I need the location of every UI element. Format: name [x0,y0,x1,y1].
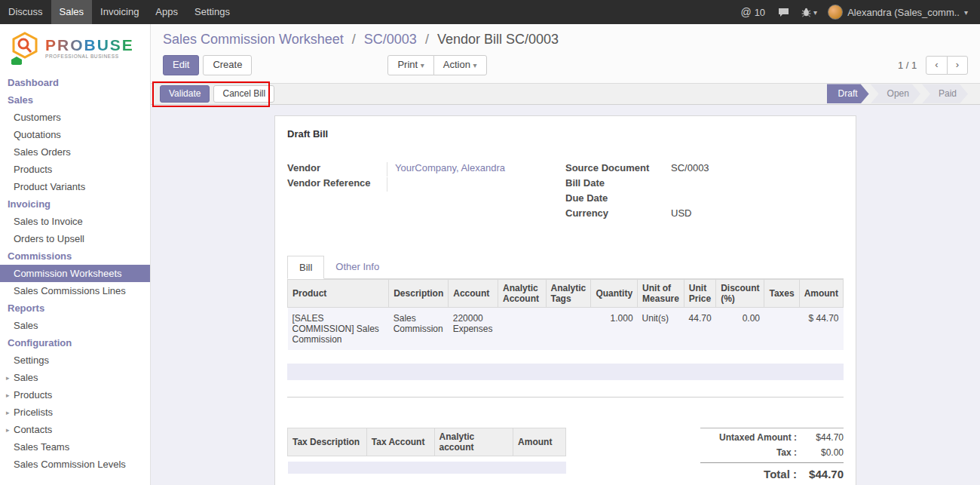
logo-tagline: PROFESSIONAL BUSINESS [45,54,134,60]
pager-previous-button[interactable]: ‹ [926,56,947,75]
untaxed-amount-label: Untaxed Amount : [700,432,797,443]
sidebar-item-sales-commissions-lines[interactable]: Sales Commissions Lines [0,282,150,299]
logo-text: PROBUSE [45,37,134,53]
app-logo[interactable]: PROBUSE PROFESSIONAL BUSINESS [0,24,150,69]
expand-arrow-icon: ▸ [6,409,12,416]
sidebar-item-config-products[interactable]: ▸ Products [0,386,150,404]
sidebar-heading-reports[interactable]: Reports [0,299,150,317]
col-taxes[interactable]: Taxes [764,279,799,307]
col-account[interactable]: Account [449,279,498,307]
tax-empty-line-strip[interactable] [288,462,566,474]
sidebar-item-product-variants[interactable]: Product Variants [0,178,150,195]
cell-amount: $ 44.70 [799,307,843,350]
sidebar-heading-commissions[interactable]: Commissions [0,247,150,265]
form-view: Draft Bill Vendor YourCompany, Alexandra… [151,105,980,485]
vendor-reference-value [387,177,565,192]
nav-invoicing[interactable]: Invoicing [92,0,147,24]
sidebar-item-config-pricelists[interactable]: ▸ Pricelists [0,404,150,421]
nav-sales[interactable]: Sales [51,0,93,24]
col-amount[interactable]: Amount [799,279,843,307]
pager-next-button[interactable]: › [947,56,968,75]
sidebar-item-config-settings[interactable]: Settings [0,351,150,369]
chat-bubble-icon [778,8,789,17]
stage-paid[interactable]: Paid [922,84,968,103]
cell-taxes [764,307,799,350]
col-tax-analytic-account[interactable]: Analytic account [434,428,513,456]
sidebar-heading-invoicing[interactable]: Invoicing [0,195,150,213]
sidebar-item-sales-teams[interactable]: Sales Teams [0,438,150,456]
col-description[interactable]: Description [389,279,449,307]
sidebar-item-products[interactable]: Products [0,161,150,178]
col-product[interactable]: Product [288,279,389,307]
top-navbar: Discuss Sales Invoicing Apps Settings @ … [0,0,980,24]
currency-label: Currency [565,207,671,222]
source-document-value: SC/0003 [671,162,844,177]
col-unit-of-measure[interactable]: Unit of Measure [638,279,684,307]
sidebar-item-config-sales[interactable]: ▸ Sales [0,369,150,386]
breadcrumb-current: Vendor Bill SC/0003 [437,32,559,47]
bill-date-label: Bill Date [565,177,671,192]
col-unit-price[interactable]: Unit Price [684,279,715,307]
col-analytic-tags[interactable]: Analytic Tags [546,279,591,307]
validate-button[interactable]: Validate [160,85,210,103]
user-name: Alexandra (Sales_comm.. [847,7,960,18]
field-groups: Vendor YourCompany, Alexandra Vendor Ref… [287,162,844,223]
due-date-value [671,192,844,207]
nav-apps[interactable]: Apps [147,0,186,24]
sidebar-item-sales-commission-levels[interactable]: Sales Commission Levels [0,456,150,473]
sidebar-item-quotations[interactable]: Quotations [0,126,150,143]
col-tax-description[interactable]: Tax Description [288,428,367,456]
col-analytic-account[interactable]: Analytic Account [498,279,547,307]
caret-down-icon: ▾ [813,8,817,17]
status-stages: Draft Open Paid [825,84,968,103]
edit-button[interactable]: Edit [163,55,199,75]
tax-total-value: $0.00 [797,447,844,458]
tab-bill[interactable]: Bill [287,256,324,279]
sidebar-item-customers[interactable]: Customers [0,109,150,126]
action-button[interactable]: Action ▾ [433,55,487,75]
stage-open[interactable]: Open [871,84,920,103]
sidebar-heading-configuration[interactable]: Configuration [0,334,150,351]
cell-discount: 0.00 [716,307,764,350]
nav-discuss[interactable]: Discuss [0,0,51,24]
col-tax-account[interactable]: Tax Account [366,428,434,456]
chat-icon[interactable] [772,8,795,17]
sidebar-item-sales-orders[interactable]: Sales Orders [0,143,150,161]
breadcrumb-separator: / [425,32,429,47]
breadcrumb-worksheets[interactable]: Sales Commission Worksheet [163,32,344,47]
sidebar-item-config-contacts[interactable]: ▸ Contacts [0,421,150,438]
nav-settings[interactable]: Settings [186,0,238,24]
col-quantity[interactable]: Quantity [591,279,638,307]
cell-analytic-tags [546,307,591,350]
sidebar-heading-dashboard[interactable]: Dashboard [0,74,150,91]
tax-header-row: Tax Description Tax Account Analytic acc… [288,428,566,456]
sidebar-item-commission-worksheets[interactable]: Commission Worksheets [0,265,150,282]
col-discount[interactable]: Discount (%) [716,279,764,307]
bug-icon [801,8,811,17]
user-menu[interactable]: Alexandra (Sales_comm.. ▾ [823,5,972,20]
vendor-label: Vendor [287,162,387,177]
print-button[interactable]: Print ▾ [387,55,433,75]
sidebar-heading-sales[interactable]: Sales [0,91,150,109]
col-tax-amount[interactable]: Amount [513,428,566,456]
cell-product: [SALES COMMISSION] Sales Commission [288,307,389,350]
mention-indicator[interactable]: @ 10 [733,6,772,18]
notebook-tabs: Bill Other Info [287,256,844,279]
cell-analytic-account [498,307,547,350]
stage-draft[interactable]: Draft [827,84,869,103]
sidebar-item-reports-sales[interactable]: Sales [0,317,150,334]
sidebar-item-orders-to-upsell[interactable]: Orders to Upsell [0,230,150,247]
sidebar-item-sales-to-invoice[interactable]: Sales to Invoice [0,213,150,230]
invoice-line-row[interactable]: [SALES COMMISSION] Sales Commission Sale… [288,307,844,350]
tab-other-info[interactable]: Other Info [324,256,390,278]
cancel-bill-button[interactable]: Cancel Bill [213,85,274,103]
cell-unit-price: 44.70 [684,307,715,350]
breadcrumb-sc0003[interactable]: SC/0003 [364,32,417,47]
empty-line-strip[interactable] [287,364,844,380]
debug-icon[interactable]: ▾ [795,8,823,17]
section-divider [287,397,844,398]
tax-empty-row [288,456,566,462]
vendor-value[interactable]: YourCompany, Alexandra [387,162,565,177]
create-button[interactable]: Create [203,55,252,75]
action-label: Action [443,59,470,70]
